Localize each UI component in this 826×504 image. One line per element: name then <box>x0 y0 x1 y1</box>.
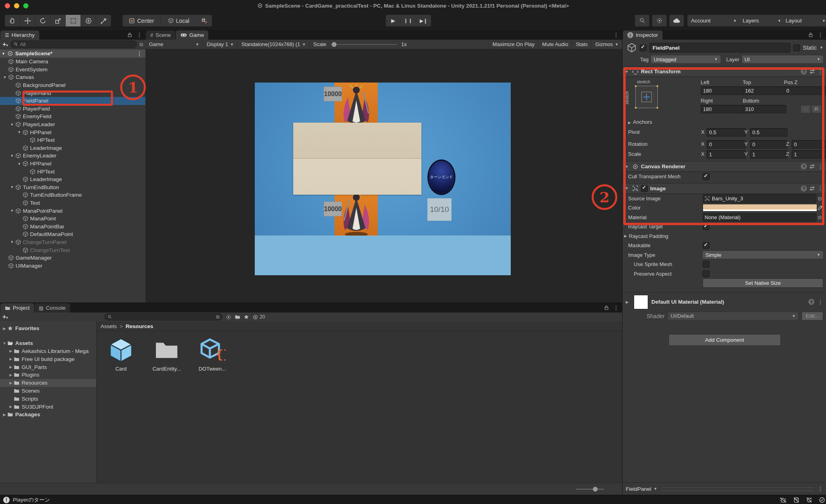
hand-tool-button[interactable] <box>5 15 20 26</box>
scale-slider-knob[interactable] <box>332 42 336 47</box>
rotation-z-input[interactable]: 0 <box>792 140 826 149</box>
component-menu-icon[interactable]: ⋮ <box>818 69 823 75</box>
component-menu-icon[interactable]: ⋮ <box>818 163 823 170</box>
rotation-x-input[interactable]: 0 <box>707 140 746 149</box>
foldout-arrow[interactable]: ▼ <box>9 209 15 213</box>
debugger-disabled-icon[interactable] <box>780 497 787 503</box>
tag-dropdown[interactable]: Untagged▼ <box>651 55 721 63</box>
component-menu-icon[interactable]: ⋮ <box>818 299 823 305</box>
add-component-button[interactable]: Add Component <box>669 334 781 346</box>
panel-menu-icon[interactable]: ⋮ <box>137 32 142 38</box>
hierarchy-item-turnendbuttonframe[interactable]: TurnEndButtonFrame <box>0 191 145 199</box>
hierarchy-item-turnendbutton[interactable]: ▼TurnEndButton <box>0 183 145 192</box>
image-type-dropdown[interactable]: Simple▼ <box>703 251 823 259</box>
tab-scene[interactable]: # Scene <box>146 30 175 40</box>
pivot-mode-button[interactable]: Center <box>123 15 160 26</box>
project-folder-scenes[interactable]: Scenes <box>0 387 96 395</box>
help-icon[interactable]: ? <box>808 299 814 305</box>
hierarchy-item-leaderimage[interactable]: LeaderImage <box>0 144 145 152</box>
hierarchy-item-playerleader[interactable]: ▼PlayerLeader <box>0 121 145 129</box>
thumbnail-zoom-slider[interactable] <box>576 489 604 490</box>
display-number-dropdown[interactable]: Display 1▼ <box>203 40 238 49</box>
hierarchy-item-manapointbar[interactable]: ManaPointBar <box>0 222 145 230</box>
scene-header-row[interactable]: ▼ SampleScene* ⋮ <box>0 49 145 58</box>
tab-inspector[interactable]: i Inspector <box>623 30 663 40</box>
hierarchy-item-defaultmanapoint[interactable]: DefaultManaPoint <box>0 230 145 238</box>
presets-icon[interactable] <box>809 163 815 169</box>
breadcrumb-current[interactable]: Resources <box>125 323 153 329</box>
presets-icon[interactable] <box>809 185 815 192</box>
hierarchy-item-uimanager[interactable]: UIManager <box>0 262 145 270</box>
panel-menu-icon[interactable]: ⋮ <box>818 32 823 38</box>
search-by-type-button[interactable] <box>226 314 232 320</box>
gameobject-name-field[interactable]: FieldPanel <box>649 43 790 52</box>
minimize-window-button[interactable] <box>14 3 19 8</box>
help-icon[interactable]: ? <box>801 185 807 192</box>
maskable-checkbox[interactable] <box>703 242 709 249</box>
material-object-field[interactable]: None (Material) <box>703 213 816 222</box>
foldout-arrow[interactable]: ▶ <box>2 327 7 331</box>
custom-tool-button[interactable] <box>96 15 111 26</box>
hierarchy-item-text[interactable]: Text <box>0 199 145 207</box>
turn-end-button[interactable]: ターンエンド <box>427 159 455 195</box>
project-folder-resources[interactable]: ▶Resources <box>0 379 96 387</box>
panel-menu-icon[interactable]: ⋮ <box>613 32 619 38</box>
cull-transparent-mesh-checkbox[interactable] <box>703 173 709 180</box>
scale-x-input[interactable]: 1 <box>707 150 746 159</box>
raw-edit-mode-button[interactable]: R <box>811 105 822 113</box>
set-native-size-button[interactable]: Set Native Size <box>703 278 823 288</box>
source-image-object-field[interactable]: Bars_Unity_3 <box>703 194 816 203</box>
lock-icon[interactable] <box>808 32 814 38</box>
foldout-arrow[interactable]: ▶ <box>8 373 14 377</box>
object-picker-icon[interactable]: ⊙ <box>816 214 823 221</box>
hierarchy-item-hptext[interactable]: HPText <box>0 136 145 144</box>
anchors-foldout[interactable]: ▶Anchors <box>628 119 652 125</box>
foldout-arrow[interactable]: ▼ <box>9 240 15 244</box>
open-search-window-icon[interactable]: ⧉ <box>216 314 220 320</box>
search-favorites-button[interactable] <box>244 314 249 320</box>
foldout-arrow[interactable]: ▼ <box>2 75 8 79</box>
foldout-arrow[interactable]: ▼ <box>9 154 15 158</box>
tab-project[interactable]: Project <box>0 303 34 312</box>
gizmos-dropdown[interactable]: Gizmos▼ <box>591 40 622 49</box>
raycast-target-checkbox[interactable] <box>703 223 709 230</box>
preserve-aspect-checkbox[interactable] <box>703 270 709 277</box>
hierarchy-item-main-camera[interactable]: Main Camera <box>0 58 145 66</box>
foldout-arrow[interactable]: ▼ <box>9 185 15 189</box>
bottom-input[interactable]: 310 <box>743 105 786 113</box>
foldout-arrow[interactable]: ▶ <box>2 413 7 417</box>
foldout-arrow[interactable]: ▶ <box>8 349 14 353</box>
foldout-arrow[interactable]: ▼ <box>625 186 630 190</box>
project-folder-assets[interactable]: ▼Assets <box>0 339 96 347</box>
hierarchy-item-hppanel[interactable]: ▼HPPanel <box>0 128 145 136</box>
tab-console[interactable]: ▤ Console <box>34 303 70 312</box>
hierarchy-item-eventsystem[interactable]: EventSystem <box>0 66 145 74</box>
static-flags-dropdown-icon[interactable]: ▼ <box>820 46 823 50</box>
rotate-tool-button[interactable] <box>35 15 50 26</box>
breadcrumb-root[interactable]: Assets <box>101 323 117 329</box>
foldout-arrow[interactable]: ▶ <box>8 405 14 409</box>
auto-refresh-disabled-icon[interactable] <box>806 497 812 503</box>
macos-window-controls[interactable] <box>5 3 28 8</box>
hierarchy-item-playerfield[interactable]: PlayerField <box>0 105 145 113</box>
pause-button[interactable]: ❙❙ <box>401 15 416 26</box>
hierarchy-item-leaderimage[interactable]: LeaderImage <box>0 175 145 183</box>
drag-handle[interactable] <box>661 488 814 491</box>
canvas-renderer-header[interactable]: ▼ Canvas Renderer ? ⋮ <box>623 161 826 172</box>
play-button[interactable]: ▶ <box>386 15 401 26</box>
foldout-arrow[interactable]: ▶ <box>8 365 14 369</box>
progress-activity-button[interactable] <box>652 15 667 26</box>
asset-tile-dotween-[interactable]: DOTween... <box>195 337 230 372</box>
layers-dropdown[interactable]: Layers▼ <box>739 15 785 26</box>
layout-dropdown[interactable]: Layout▼ <box>782 15 826 26</box>
hierarchy-item-changeturnpanel[interactable]: ▼ChangeTurnPanel <box>0 238 145 246</box>
blueprint-mode-button[interactable]: ⬚ <box>800 105 811 113</box>
transform-tool-button[interactable] <box>81 15 96 26</box>
orientation-mode-button[interactable]: Local <box>160 15 197 26</box>
project-folder-favorites[interactable]: ▶Favorites <box>0 325 96 333</box>
project-folder-scripts[interactable]: Scripts <box>0 395 96 403</box>
foldout-arrow[interactable]: ▼ <box>625 70 630 74</box>
asset-tile-card[interactable]: Card <box>104 337 138 372</box>
help-icon[interactable]: ? <box>801 69 807 75</box>
cloud-services-button[interactable] <box>669 15 684 26</box>
